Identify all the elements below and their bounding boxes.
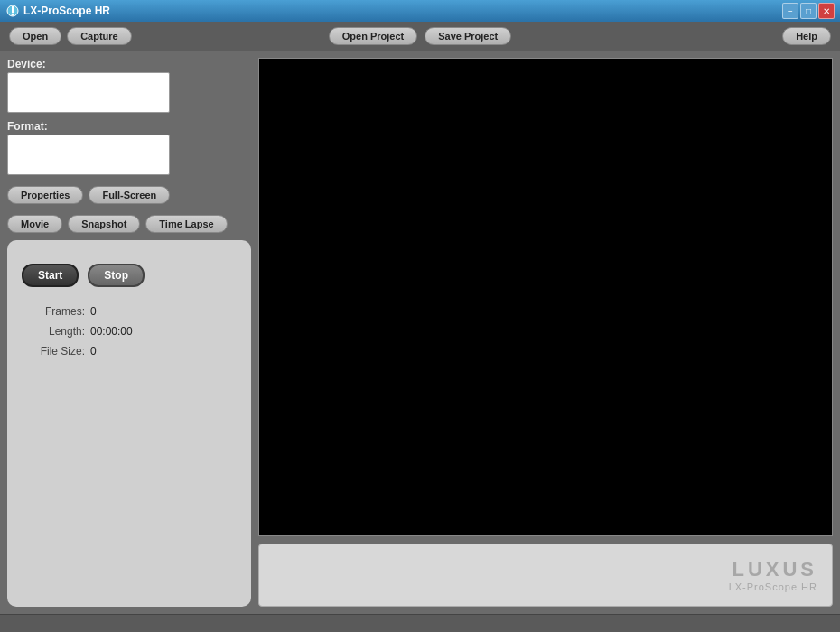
left-panel: Device: Format: Properties Full-Screen M… — [7, 58, 251, 607]
start-button[interactable]: Start — [22, 264, 79, 287]
toolbar: Open Capture Open Project Save Project H… — [0, 22, 840, 51]
toolbar-center: Open Project Save Project — [285, 27, 555, 45]
length-value: 00:00:00 — [90, 325, 133, 338]
properties-button[interactable]: Properties — [7, 186, 83, 204]
open-project-button[interactable]: Open Project — [329, 27, 417, 45]
right-area: LUXUS LX-ProScope HR — [258, 58, 833, 607]
minimize-button[interactable]: − — [782, 3, 798, 19]
stop-button[interactable]: Stop — [88, 264, 145, 287]
format-label: Format: — [7, 120, 251, 133]
content-area: Device: Format: Properties Full-Screen M… — [0, 51, 840, 614]
window-controls: − □ ✕ — [782, 3, 835, 19]
format-input[interactable] — [7, 135, 170, 175]
maximize-button[interactable]: □ — [800, 3, 817, 19]
frames-label: Frames: — [22, 305, 85, 318]
video-viewport — [258, 58, 833, 536]
record-controls: Start Stop — [22, 264, 237, 287]
frames-row: Frames: 0 — [22, 305, 237, 318]
toolbar-right: Help — [562, 27, 831, 45]
length-row: Length: 00:00:00 — [22, 325, 237, 338]
filesize-value: 0 — [90, 345, 97, 358]
logo-main: LUXUS — [732, 558, 817, 581]
frames-value: 0 — [90, 305, 97, 318]
filesize-row: File Size: 0 — [22, 345, 237, 358]
recording-panel: Start Stop Frames: 0 Length: 00:00:00 Fi… — [7, 240, 251, 607]
filesize-label: File Size: — [22, 345, 85, 358]
stats-area: Frames: 0 Length: 00:00:00 File Size: 0 — [22, 305, 237, 358]
properties-row: Properties Full-Screen — [7, 186, 251, 204]
bottom-bar: LUXUS LX-ProScope HR — [258, 544, 833, 607]
device-label: Device: — [7, 58, 251, 70]
fullscreen-button[interactable]: Full-Screen — [89, 186, 170, 204]
format-section: Format: — [7, 120, 251, 175]
device-section: Device: — [7, 58, 251, 113]
main-window: Open Capture Open Project Save Project H… — [0, 22, 840, 632]
help-button[interactable]: Help — [782, 27, 831, 45]
save-project-button[interactable]: Save Project — [425, 27, 511, 45]
timelapse-button[interactable]: Time Lapse — [145, 215, 227, 233]
logo-area: LUXUS LX-ProScope HR — [729, 558, 817, 592]
device-input[interactable] — [7, 72, 170, 113]
close-button[interactable]: ✕ — [818, 3, 835, 19]
movie-button[interactable]: Movie — [7, 215, 62, 233]
title-bar: LX-ProScope HR − □ ✕ — [0, 0, 840, 22]
mode-btn-row: Movie Snapshot Time Lapse — [7, 215, 251, 233]
svg-rect-1 — [12, 6, 14, 13]
app-icon — [5, 4, 20, 18]
length-label: Length: — [22, 325, 85, 338]
logo-sub: LX-ProScope HR — [729, 581, 817, 592]
title-bar-left: LX-ProScope HR — [5, 4, 110, 18]
svg-point-2 — [12, 14, 14, 16]
status-bar — [0, 614, 840, 632]
app-title: LX-ProScope HR — [23, 5, 110, 17]
toolbar-left: Open Capture — [9, 27, 278, 45]
snapshot-button[interactable]: Snapshot — [68, 215, 140, 233]
capture-button[interactable]: Capture — [67, 27, 132, 45]
open-button[interactable]: Open — [9, 27, 61, 45]
